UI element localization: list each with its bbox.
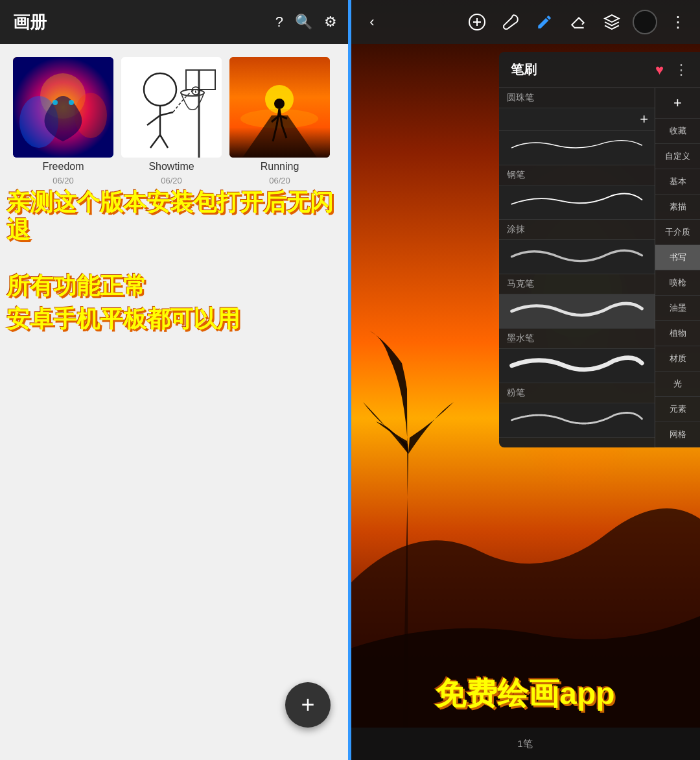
gallery-thumb-running[interactable] [229,57,330,158]
brush-preview-2[interactable] [499,185,655,220]
running-artwork [229,57,330,158]
search-icon[interactable]: 🔍 [295,14,312,30]
right-panel: ‹ ⋮ 笔刷 ♥ [350,0,700,760]
showtime-label: Showtime [148,161,194,172]
gallery-title: 画册 [13,11,47,34]
right-menu-dry[interactable]: 干介质 [655,220,700,245]
brush-category-smudge: 涂抹 [499,220,655,240]
right-menu-favorites[interactable]: 收藏 [655,119,700,144]
svg-point-5 [69,100,74,105]
brush-panel: 笔刷 ♥ ⋮ 圆珠笔 + [499,52,700,447]
toolbar-right: ⋮ [464,9,691,35]
help-icon[interactable]: ? [275,14,283,30]
color-picker-button[interactable] [633,10,657,34]
brush-right-menu: + 收藏 自定义 基本 素描 干介质 书写 喷枪 油墨 植物 材质 光 元素 网… [655,88,700,447]
right-menu-sketch[interactable]: 素描 [655,195,700,220]
brush-category-ballpen: 圆珠笔 [499,88,655,108]
brush-tool-button[interactable] [531,9,557,35]
showtime-artwork [121,57,222,158]
eraser-tool-button[interactable] [565,9,591,35]
panel-divider [348,0,351,760]
right-menu-texture[interactable]: 材质 [655,346,700,372]
gallery-item-running[interactable]: Running 06/20 [229,57,330,185]
svg-rect-6 [121,57,222,158]
right-menu-basic[interactable]: 基本 [655,169,700,195]
add-artwork-button[interactable]: + [285,682,331,728]
brush-preview-1[interactable] [499,131,655,165]
svg-point-4 [52,100,58,105]
right-toolbar: ‹ ⋮ [350,0,700,44]
right-menu-ink[interactable]: 油墨 [655,296,700,321]
right-menu-airbrush[interactable]: 喷枪 [655,270,700,296]
brush-category-ink: 墨水笔 [499,329,655,349]
overlay-line2: 所有功能正常 安卓手机平板都可以用 [6,270,344,335]
svg-point-20 [274,99,285,109]
layers-tool-button[interactable] [599,9,625,35]
brush-preview-3[interactable] [499,240,655,274]
add-tool-button[interactable] [464,9,490,35]
brush-more-icon[interactable]: ⋮ [674,62,688,78]
header-icons: ? 🔍 ⚙ [275,14,337,30]
brush-add-row: + [499,108,655,131]
back-button[interactable]: ‹ [359,9,385,35]
showtime-date: 06/20 [161,176,182,185]
freedom-date: 06/20 [52,176,74,185]
gallery-item-showtime[interactable]: Showtime 06/20 [121,57,222,185]
gallery-thumb-freedom[interactable] [13,57,113,158]
brush-left: 圆珠笔 + 钢笔 [499,88,655,447]
right-menu-add[interactable]: + [655,88,700,119]
right-bottom-bar: 1笔 [350,728,700,760]
right-menu-writing[interactable]: 书写 [655,245,700,270]
freedom-artwork [13,57,113,158]
left-panel: 画册 ? 🔍 ⚙ [0,0,350,760]
brush-preview-5[interactable] [499,349,655,383]
brush-panel-header: 笔刷 ♥ ⋮ [499,52,700,88]
gallery-item-freedom[interactable]: Freedom 06/20 [13,57,113,185]
more-options-button[interactable]: ⋮ [665,9,691,35]
left-header: 画册 ? 🔍 ⚙ [0,0,350,44]
brush-panel-title: 笔刷 [511,61,537,78]
overlay-text-block: 亲测这个版本安装包打开后无闪退 所有功能正常 安卓手机平板都可以用 [6,188,344,335]
overlay-line1: 亲测这个版本安装包打开后无闪退 [6,188,344,244]
wrench-tool-button[interactable] [498,9,524,35]
toolbar-left: ‹ [359,9,385,35]
running-label: Running [261,161,299,172]
brush-preview-6[interactable] [499,403,655,438]
right-menu-plant[interactable]: 植物 [655,321,700,346]
brush-section: 圆珠笔 + 钢笔 [499,88,700,447]
free-app-text: 免费绘画app [356,673,694,715]
settings-icon[interactable]: ⚙ [324,14,337,30]
freedom-label: Freedom [42,161,84,172]
brush-preview-4[interactable] [499,294,655,329]
right-menu-grid[interactable]: 网格 [655,422,700,447]
right-menu-light[interactable]: 光 [655,372,700,397]
brush-panel-actions: ♥ ⋮ [655,62,688,78]
gallery-grid: Freedom 06/20 [0,44,350,192]
add-brush-button[interactable]: + [640,111,648,128]
brush-category-chalk: 粉笔 [499,383,655,403]
stroke-count-text: 1笔 [517,738,532,750]
brush-category-marker: 马克笔 [499,274,655,294]
running-date: 06/20 [269,176,290,185]
favorite-icon[interactable]: ♥ [655,62,664,78]
gallery-thumb-showtime[interactable] [121,57,222,158]
right-menu-element[interactable]: 元素 [655,397,700,422]
right-menu-custom[interactable]: 自定义 [655,144,700,169]
brush-category-pen: 钢笔 [499,165,655,185]
